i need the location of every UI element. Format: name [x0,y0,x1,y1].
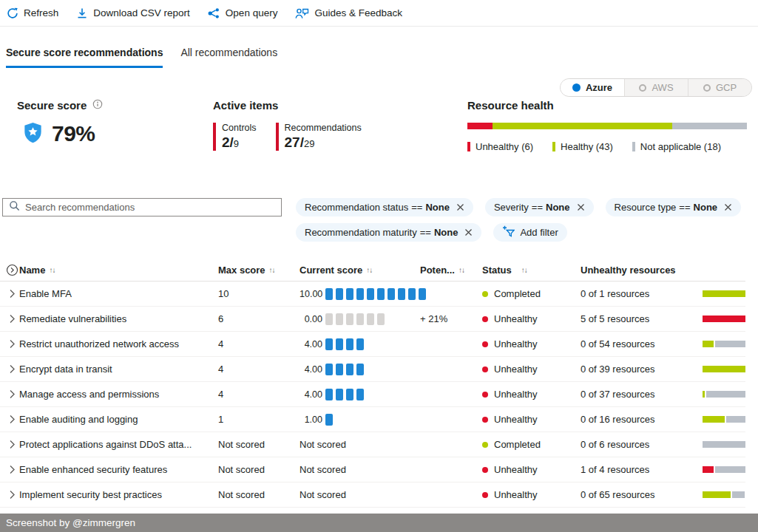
recommendation-name[interactable]: Enable auditing and logging [19,414,214,425]
sort-icon: ↑↓ [269,266,275,274]
secure-score-title: Secure score [17,99,87,112]
secure-score-page: Refresh Download CSV report Open query G… [0,0,758,532]
command-toolbar: Refresh Download CSV report Open query G… [0,0,758,27]
resource-health-bar [467,123,747,129]
recommendation-name[interactable]: Implement security best practices [19,489,214,500]
table-row[interactable]: Enable enhanced security features Not sc… [0,457,745,482]
cloud-option-gcp[interactable]: GCP [688,79,751,96]
recommendation-name[interactable]: Enable enhanced security features [19,464,214,475]
status-dot [482,417,488,423]
recommendation-name[interactable]: Manage access and permissions [19,389,214,400]
column-header-current-score[interactable]: Current score↑↓ [296,265,414,276]
refresh-button[interactable]: Refresh [7,7,58,19]
resource-health-segment-healthy [493,123,672,129]
active-item-recommendations: Recommendations 27/29 [276,123,362,151]
chevron-right-icon[interactable] [0,415,19,424]
status-dot [482,341,488,347]
current-score-value: 10.00 [300,289,322,299]
table-row[interactable]: Implement security best practices Not sc… [0,482,745,508]
current-score-value: 4.00 [300,339,322,349]
resource-health-mini-bar [703,491,745,498]
secure-score-section: Secure score 79% [17,99,103,146]
close-icon[interactable] [724,203,732,211]
chevron-right-icon[interactable] [0,339,19,349]
open-query-button[interactable]: Open query [208,7,278,19]
open-query-label: Open query [226,7,278,18]
filter-pills: Recommendation status == None Severity =… [296,198,744,242]
current-score-cell: Not scored [296,464,414,475]
chevron-right-icon[interactable] [0,465,19,474]
filter-pill-recommendation-maturity[interactable]: Recommendation maturity == None [296,223,481,242]
filter-pill-resource-type[interactable]: Resource type == None [606,198,742,216]
info-icon[interactable] [92,99,103,112]
chevron-right-icon[interactable] [0,289,19,299]
search-box [2,198,282,216]
table-row[interactable]: Manage access and permissions 4 4.00 Unh… [0,382,745,407]
recommendation-name[interactable]: Encrypt data in transit [19,364,214,375]
table-row[interactable]: Restrict unauthorized network access 4 4… [0,332,745,357]
status-label: Unhealthy [494,489,538,500]
status-dot [482,467,488,473]
filter-pill-severity[interactable]: Severity == None [485,198,594,216]
close-icon[interactable] [456,203,464,211]
column-header-potential-increase[interactable]: Poten...↑↓ [414,265,473,276]
legend-item-unhealthy: Unhealthy (6) [467,141,533,152]
add-filter-button[interactable]: Add filter [493,223,566,242]
column-header-name[interactable]: Name↑↓ [19,265,214,276]
filter-pill-recommendation-status[interactable]: Recommendation status == None [296,198,473,216]
status-dot [482,492,488,498]
resource-health-segment-not-applicable [672,123,747,129]
table-row[interactable]: Remediate vulnerabilities 6 0.00 + 21% U… [0,307,745,332]
status-label: Completed [494,439,541,450]
chevron-right-icon[interactable] [0,440,19,449]
table-row[interactable]: Enable MFA 10 10.00 Completed 0 of 1 res… [0,282,745,307]
download-csv-button[interactable]: Download CSV report [76,7,190,19]
chevron-right-icon[interactable] [0,389,19,399]
legend-label-unhealthy: Unhealthy (6) [476,141,533,152]
footer-text: Screenshot by @zimmergren [6,517,135,528]
close-icon[interactable] [577,203,585,211]
status-cell: Completed [473,439,577,450]
unhealthy-resources-value: 0 of 65 resources [577,489,703,500]
tab-secure-score-recommendations[interactable]: Secure score recommendations [6,47,163,68]
current-score-cell: 0.00 [296,313,414,325]
table-row[interactable]: Encrypt data in transit 4 4.00 Unhealthy… [0,357,745,382]
expand-all-icon[interactable] [0,264,19,276]
status-label: Unhealthy [494,313,538,324]
resource-health-segment-unhealthy [467,123,493,129]
table-row[interactable]: Enable auditing and logging 1 1.00 Unhea… [0,407,745,432]
cloud-option-gcp-label: GCP [716,82,737,93]
current-score-cell: 4.00 [296,338,414,350]
sort-icon: ↑↓ [366,266,372,274]
current-score-bar [325,364,364,375]
tab-all-recommendations[interactable]: All recommendations [180,47,277,68]
column-header-status[interactable]: Status↑↓ [473,265,577,276]
chevron-right-icon[interactable] [0,490,19,499]
chevron-right-icon[interactable] [0,314,19,324]
sort-icon: ↑↓ [49,266,55,274]
controls-label: Controls [222,123,257,133]
close-icon[interactable] [464,228,473,236]
resource-health-mini-bar [703,290,745,297]
legend-item-healthy: Healthy (43) [552,141,613,152]
sort-icon: ↑↓ [458,266,464,274]
cloud-option-aws[interactable]: AWS [624,79,688,96]
table-row[interactable]: Protect applications against DDoS atta..… [0,432,745,457]
unhealthy-resources-value: 0 of 6 resources [577,439,703,450]
current-score-value: 4.00 [300,364,322,375]
guides-feedback-button[interactable]: Guides & Feedback [295,7,402,19]
unhealthy-resources-value: 5 of 5 resources [577,313,703,324]
recommendation-name[interactable]: Protect applications against DDoS atta..… [19,439,214,450]
recommendations-accent-bar [276,123,279,151]
legend-marker-unhealthy [467,142,470,151]
column-header-max-score[interactable]: Max score↑↓ [214,265,296,276]
max-score-value: Not scored [214,439,296,450]
search-input[interactable] [25,202,281,213]
recommendations-current: 27/ [285,134,304,150]
radio-unselected-icon [639,84,646,92]
recommendation-name[interactable]: Restrict unauthorized network access [19,338,214,349]
chevron-right-icon[interactable] [0,364,19,374]
recommendation-name[interactable]: Remediate vulnerabilities [19,313,214,324]
cloud-option-azure[interactable]: Azure [561,79,624,96]
recommendation-name[interactable]: Enable MFA [19,288,214,299]
